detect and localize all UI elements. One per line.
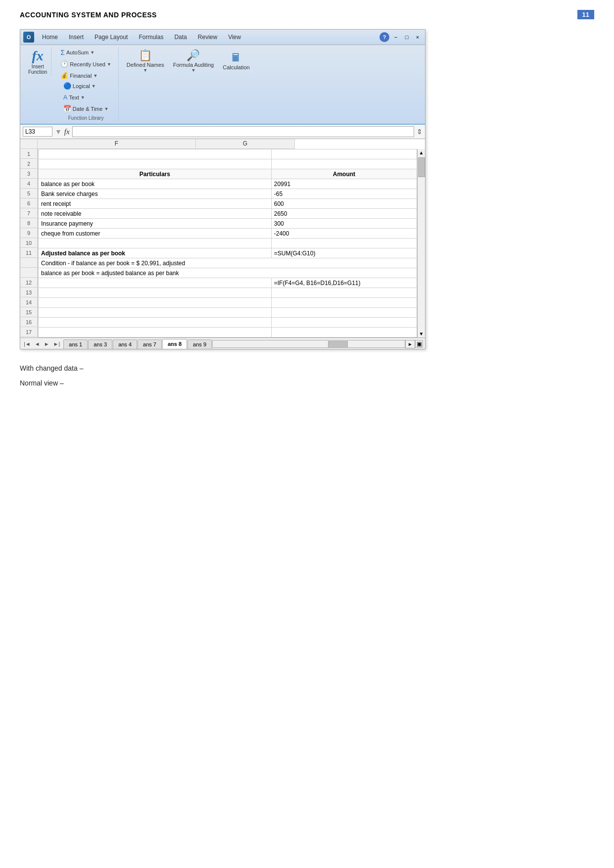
table-row[interactable] <box>39 159 417 169</box>
scroll-up-arrow[interactable]: ▲ <box>418 149 425 156</box>
cell-g17[interactable] <box>271 328 417 338</box>
table-row[interactable] <box>39 288 417 298</box>
cell-f7[interactable]: note receivable <box>39 209 272 219</box>
name-box[interactable] <box>23 127 52 137</box>
recently-used-dropdown-arrow[interactable]: ▼ <box>107 62 111 67</box>
table-row[interactable] <box>39 298 417 308</box>
cell-g6[interactable]: 600 <box>271 199 417 209</box>
autosum-button[interactable]: Σ AutoSum ▼ <box>57 47 114 58</box>
autosum-dropdown-arrow[interactable]: ▼ <box>90 50 94 55</box>
cell-f14[interactable] <box>39 298 272 308</box>
insert-function-bar-button[interactable]: fx <box>64 128 70 136</box>
date-time-dropdown-arrow[interactable]: ▼ <box>104 106 108 111</box>
formula-auditing-button[interactable]: 🔎 Formula Auditing ▼ <box>170 47 217 75</box>
close-button[interactable]: × <box>413 33 422 42</box>
recently-used-button[interactable]: 🕐 Recently Used ▼ <box>57 59 114 69</box>
sheet-tab-ans4[interactable]: ans 4 <box>113 339 137 349</box>
cell-f10[interactable] <box>39 239 272 248</box>
cell-g14[interactable] <box>271 298 417 308</box>
text-button[interactable]: A Text ▼ <box>60 92 111 102</box>
cell-f12[interactable] <box>39 278 272 288</box>
vertical-scrollbar[interactable]: ▲ ▼ <box>417 149 425 338</box>
scroll-right-arrow[interactable]: ► <box>405 340 415 348</box>
cell-f5[interactable]: Bank service charges <box>39 189 272 199</box>
scroll-thumb-v[interactable] <box>418 157 425 177</box>
table-row[interactable]: rent receipt 600 <box>39 199 417 209</box>
table-row[interactable]: Bank service charges -65 <box>39 189 417 199</box>
tab-insert[interactable]: Insert <box>64 32 89 42</box>
cell-f1[interactable] <box>39 149 272 159</box>
cell-f13[interactable] <box>39 288 272 298</box>
table-row[interactable]: Insurance paymeny 300 <box>39 219 417 229</box>
sheet-prev-btn[interactable]: ◄ <box>33 340 42 347</box>
calculation-button[interactable]: 🖩 Calculation <box>220 49 252 72</box>
cell-f16[interactable] <box>39 318 272 328</box>
cell-f9[interactable]: cheque from customer <box>39 229 272 239</box>
cell-g1[interactable] <box>271 149 417 159</box>
sheet-last-btn[interactable]: ►| <box>52 340 62 347</box>
help-button[interactable]: ? <box>379 32 389 42</box>
cell-f8[interactable]: Insurance paymeny <box>39 219 272 229</box>
resize-handle[interactable]: ▣ <box>415 340 423 348</box>
cell-g7[interactable]: 2650 <box>271 209 417 219</box>
tab-review[interactable]: Review <box>193 32 222 42</box>
formula-bar-input[interactable] <box>72 126 414 137</box>
cell-g10[interactable] <box>271 239 417 248</box>
table-row[interactable] <box>39 308 417 318</box>
cell-f11[interactable]: Adjusted balance as per book <box>39 248 272 258</box>
financial-button[interactable]: 💰 Financial ▼ <box>57 70 114 81</box>
date-time-button[interactable]: 📅 Date & Time ▼ <box>60 103 111 114</box>
formula-bar-expand-button[interactable]: ⇕ <box>417 128 423 136</box>
financial-dropdown-arrow[interactable]: ▼ <box>93 73 97 78</box>
tab-view[interactable]: View <box>223 32 246 42</box>
table-row[interactable] <box>39 328 417 338</box>
cell-g15[interactable] <box>271 308 417 318</box>
tab-home[interactable]: Home <box>37 32 63 42</box>
scroll-thumb-h[interactable] <box>328 341 348 348</box>
table-row[interactable]: note receivable 2650 <box>39 209 417 219</box>
minimize-button[interactable]: − <box>391 33 400 42</box>
table-row[interactable]: =IF(F4=G4, B16=D16,D16=G11) <box>39 278 417 288</box>
sheet-tab-ans9[interactable]: ans 9 <box>188 339 212 349</box>
scroll-down-arrow[interactable]: ▼ <box>418 330 425 338</box>
table-row[interactable] <box>39 318 417 328</box>
text-dropdown-arrow[interactable]: ▼ <box>81 95 85 100</box>
sheet-tab-ans7[interactable]: ans 7 <box>138 339 162 349</box>
tab-page-layout[interactable]: Page Layout <box>90 32 133 42</box>
cell-g9[interactable]: -2400 <box>271 229 417 239</box>
table-row[interactable] <box>39 149 417 159</box>
table-row[interactable]: cheque from customer -2400 <box>39 229 417 239</box>
cell-g4[interactable]: 20991 <box>271 179 417 189</box>
cell-f17[interactable] <box>39 328 272 338</box>
sheet-tab-ans1[interactable]: ans 1 <box>63 339 88 349</box>
cell-f4[interactable]: balance as per book <box>39 179 272 189</box>
cell-g2[interactable] <box>271 159 417 169</box>
cell-f2[interactable] <box>39 159 272 169</box>
table-row[interactable] <box>39 239 417 248</box>
cell-f6[interactable]: rent receipt <box>39 199 272 209</box>
tab-data[interactable]: Data <box>169 32 191 42</box>
sheet-tab-ans3[interactable]: ans 3 <box>88 339 112 349</box>
logical-dropdown-arrow[interactable]: ▼ <box>92 84 96 89</box>
cell-g5[interactable]: -65 <box>271 189 417 199</box>
cell-g11[interactable]: =SUM(G4:G10) <box>271 248 417 258</box>
defined-names-dropdown-arrow[interactable]: ▼ <box>143 68 147 73</box>
cell-g8[interactable]: 300 <box>271 219 417 229</box>
formula-auditing-dropdown-arrow[interactable]: ▼ <box>191 68 195 73</box>
tab-formulas[interactable]: Formulas <box>134 32 168 42</box>
logical-button[interactable]: 🔵 Logical ▼ <box>60 81 111 91</box>
cell-g13[interactable] <box>271 288 417 298</box>
cell-f15[interactable] <box>39 308 272 318</box>
cell-g12[interactable]: =IF(F4=G4, B16=D16,D16=G11) <box>271 278 417 288</box>
horizontal-scrollbar[interactable] <box>212 340 405 348</box>
sheet-first-btn[interactable]: |◄ <box>22 340 32 347</box>
function-lib-buttons-2: 🔵 Logical ▼ A Text ▼ 📅 Date & Time ▼ <box>60 81 111 114</box>
maximize-button[interactable]: □ <box>402 33 411 42</box>
table-row-adjusted[interactable]: Adjusted balance as per book =SUM(G4:G10… <box>39 248 417 258</box>
cell-g16[interactable] <box>271 318 417 328</box>
insert-function-label[interactable]: InsertFunction <box>28 64 47 75</box>
defined-names-button[interactable]: 📋 Defined Names ▼ <box>124 47 167 75</box>
sheet-tab-ans8[interactable]: ans 8 <box>162 339 187 349</box>
table-row[interactable]: balance as per book 20991 <box>39 179 417 189</box>
sheet-next-btn[interactable]: ► <box>43 340 51 347</box>
